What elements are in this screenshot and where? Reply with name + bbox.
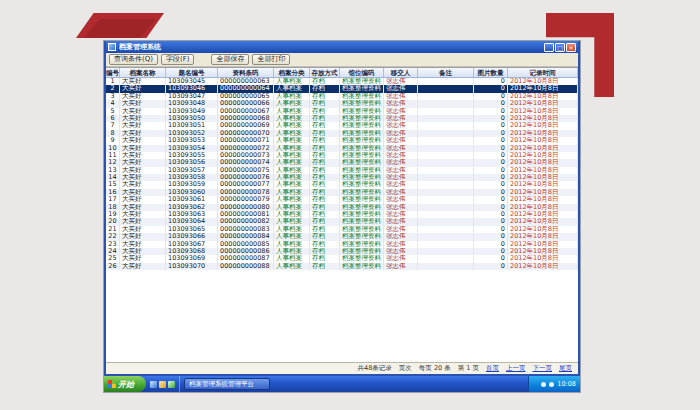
column-header[interactable]: 记录时间 [508, 68, 578, 77]
column-header[interactable]: 移交人 [384, 68, 418, 77]
table-cell: 大买好 [120, 78, 166, 85]
table-row[interactable]: 4大买好103093048000000000066人事档案存档档案整理资料张志伟… [106, 100, 578, 107]
table-row[interactable]: 17大买好103093061000000000079人事档案存档档案整理资料张志… [106, 196, 578, 203]
column-header[interactable]: 档案名称 [120, 68, 166, 77]
table-row[interactable]: 15大买好103093059000000000077人事档案存档档案整理资料张志… [106, 181, 578, 188]
table-row[interactable]: 1大买好103093045000000000063人事档案存档档案整理资料张志伟… [106, 78, 578, 85]
table-cell [418, 159, 474, 166]
tray-network-icon[interactable] [549, 382, 554, 387]
fields-button[interactable]: 字段(F) [161, 54, 195, 65]
column-header[interactable]: 资料条码 [218, 68, 274, 77]
window-titlebar[interactable]: 档案管理系统 _ □ × [106, 41, 578, 53]
column-header[interactable]: 编号 [106, 68, 120, 77]
table-cell: 档案整理资料 [340, 263, 384, 270]
table-cell [418, 255, 474, 262]
table-row[interactable]: 16大买好103093060000000000078人事档案存档档案整理资料张志… [106, 189, 578, 196]
table-row[interactable]: 24大买好103093068000000000086人事档案存档档案整理资料张志… [106, 248, 578, 255]
column-header[interactable]: 馆位编码 [340, 68, 384, 77]
table-cell: 大买好 [120, 174, 166, 181]
start-button-label: 开始 [118, 379, 134, 390]
table-row[interactable]: 21大买好103093065000000000083人事档案存档档案整理资料张志… [106, 226, 578, 233]
toolbar: 查询条件(Q) 字段(F) 全部保存 全部打印 [106, 53, 578, 67]
table-row[interactable]: 22大买好103093066000000000084人事档案存档档案整理资料张志… [106, 233, 578, 240]
app-icon [108, 43, 116, 51]
table-cell: 0 [474, 167, 508, 174]
table-cell: 存档 [310, 174, 340, 181]
column-header[interactable]: 档案分类 [274, 68, 310, 77]
table-cell: 3 [106, 93, 120, 100]
table-row[interactable]: 2大买好103093046000000000064人事档案存档档案整理资料张志伟… [106, 85, 578, 92]
table-cell [418, 100, 474, 107]
table-cell: 2012年10月8日 [508, 218, 578, 225]
taskbar-window-button[interactable]: 档案管理系统管理平台 [184, 378, 270, 390]
tray-volume-icon[interactable] [541, 382, 546, 387]
prev-page-link[interactable]: 上一页 [506, 364, 526, 373]
table-cell: 000000000068 [218, 115, 274, 122]
tray-clock[interactable]: 10:08 [557, 380, 576, 388]
table-row[interactable]: 9大买好103093053000000000071人事档案存档档案整理资料张志伟… [106, 137, 578, 144]
table-cell: 13 [106, 167, 120, 174]
save-all-button[interactable]: 全部保存 [211, 54, 249, 65]
last-page-link[interactable]: 尾页 [559, 364, 572, 373]
maximize-button[interactable]: □ [555, 43, 565, 52]
query-condition-button[interactable]: 查询条件(Q) [109, 54, 158, 65]
table-row[interactable]: 6大买好103093050000000000068人事档案存档档案整理资料张志伟… [106, 115, 578, 122]
table-row[interactable]: 7大买好103093051000000000069人事档案存档档案整理资料张志伟… [106, 122, 578, 129]
table-cell: 大买好 [120, 189, 166, 196]
table-cell: 存档 [310, 233, 340, 240]
table-row[interactable]: 8大买好103093052000000000070人事档案存档档案整理资料张志伟… [106, 130, 578, 137]
table-cell [418, 218, 474, 225]
table-cell [418, 85, 474, 92]
quick-launch-area [146, 376, 180, 392]
quick-launch-browser-icon[interactable] [150, 381, 157, 388]
table-row[interactable]: 26大买好103093070000000000088人事档案存档档案整理资料张志… [106, 263, 578, 270]
table-row[interactable]: 23大买好103093067000000000085人事档案存档档案整理资料张志… [106, 241, 578, 248]
table-row[interactable]: 19大买好103093063000000000081人事档案存档档案整理资料张志… [106, 211, 578, 218]
table-cell: 存档 [310, 108, 340, 115]
table-cell: 1 [106, 78, 120, 85]
table-row[interactable]: 18大买好103093062000000000080人事档案存档档案整理资料张志… [106, 204, 578, 211]
table-cell: 张志伟 [384, 152, 418, 159]
table-cell: 存档 [310, 145, 340, 152]
table-row[interactable]: 10大买好103093054000000000072人事档案存档档案整理资料张志… [106, 145, 578, 152]
table-row[interactable]: 25大买好103093069000000000087人事档案存档档案整理资料张志… [106, 255, 578, 262]
table-cell: 000000000069 [218, 122, 274, 129]
table-cell: 0 [474, 78, 508, 85]
table-cell: 0 [474, 85, 508, 92]
table-cell: 000000000075 [218, 167, 274, 174]
column-header[interactable]: 题名编号 [166, 68, 218, 77]
column-header[interactable]: 图片数量 [474, 68, 508, 77]
table-cell: 2012年10月8日 [508, 211, 578, 218]
table-row[interactable]: 12大买好103093056000000000074人事档案存档档案整理资料张志… [106, 159, 578, 166]
table-cell: 0 [474, 248, 508, 255]
table-cell: 档案整理资料 [340, 181, 384, 188]
column-header[interactable]: 存放方式 [310, 68, 340, 77]
table-cell: 103093060 [166, 189, 218, 196]
first-page-link[interactable]: 首页 [486, 364, 499, 373]
table-cell: 17 [106, 196, 120, 203]
table-cell: 大买好 [120, 130, 166, 137]
table-row[interactable]: 5大买好103093049000000000067人事档案存档档案整理资料张志伟… [106, 108, 578, 115]
table-cell: 0 [474, 226, 508, 233]
table-cell: 档案整理资料 [340, 93, 384, 100]
print-all-button[interactable]: 全部打印 [252, 54, 290, 65]
minimize-button[interactable]: _ [544, 43, 554, 52]
table-cell: 103093063 [166, 211, 218, 218]
table-cell: 9 [106, 137, 120, 144]
next-page-link[interactable]: 下一页 [533, 364, 553, 373]
table-row[interactable]: 14大买好103093058000000000076人事档案存档档案整理资料张志… [106, 174, 578, 181]
quick-launch-app-icon[interactable] [168, 381, 175, 388]
table-cell: 人事档案 [274, 263, 310, 270]
table-row[interactable]: 20大买好103093064000000000082人事档案存档档案整理资料张志… [106, 218, 578, 225]
close-button[interactable]: × [566, 43, 576, 52]
table-cell: 人事档案 [274, 85, 310, 92]
quick-launch-folder-icon[interactable] [159, 381, 166, 388]
start-button[interactable]: 开始 [104, 376, 146, 392]
table-cell: 0 [474, 93, 508, 100]
table-row[interactable]: 13大买好103093057000000000075人事档案存档档案整理资料张志… [106, 167, 578, 174]
table-cell: 103093051 [166, 122, 218, 129]
table-row[interactable]: 3大买好103093047000000000065人事档案存档档案整理资料张志伟… [106, 93, 578, 100]
table-row[interactable]: 11大买好103093055000000000073人事档案存档档案整理资料张志… [106, 152, 578, 159]
table-cell: 103093045 [166, 78, 218, 85]
column-header[interactable]: 备注 [418, 68, 474, 77]
